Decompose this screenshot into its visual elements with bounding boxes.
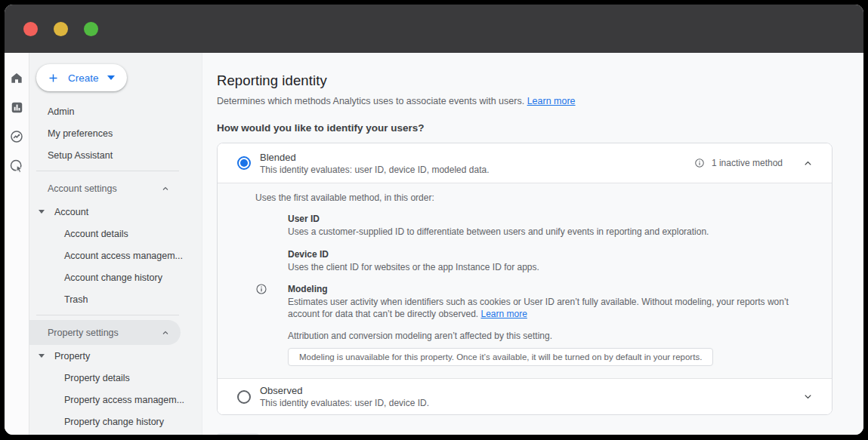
sidebar-item-label: Setup Assistant	[48, 150, 113, 161]
sidebar-item-property[interactable]: Property	[29, 345, 202, 367]
nav-rail	[5, 53, 29, 435]
info-icon	[694, 158, 705, 168]
inactive-method-badge: 1 inactive method	[694, 158, 783, 168]
sidebar-item-setup-assistant[interactable]: Setup Assistant	[29, 144, 202, 166]
method-modeling-description: Estimates user activity when identifiers…	[288, 297, 814, 320]
window-minimize-button[interactable]	[54, 22, 68, 36]
option-observed-title: Observed	[260, 385, 429, 396]
page-description: Determines which methods Analytics uses …	[217, 96, 832, 106]
sidebar-item-account-change-history[interactable]: Account change history	[29, 266, 202, 288]
nav-explore-button[interactable]	[8, 128, 25, 145]
caret-down-icon	[39, 354, 45, 358]
sidebar-item-label: Account details	[64, 229, 128, 239]
sidebar-item-admin[interactable]: Admin	[29, 100, 202, 122]
sidebar-item-trash[interactable]: Trash	[29, 288, 202, 310]
chevron-up-icon	[161, 328, 170, 337]
chevron-down-icon	[802, 391, 814, 402]
section-header-label: Property settings	[48, 328, 119, 338]
sidebar-item-label: Property details	[64, 373, 130, 383]
chevron-up-icon	[802, 158, 814, 169]
blended-details-intro: Uses the first available method, in this…	[255, 192, 814, 203]
method-user-id: User ID Uses a customer-supplied ID to d…	[288, 214, 814, 238]
sidebar-item-property-change-history[interactable]: Property change history	[29, 411, 202, 432]
admin-sidebar: Create Admin My preferences Setup Assist…	[29, 53, 202, 435]
method-device-id-description: Uses the client ID for websites or the a…	[288, 262, 814, 274]
sidebar-item-account-details[interactable]: Account details	[29, 223, 202, 245]
reports-icon	[10, 100, 24, 115]
plus-icon	[47, 72, 60, 85]
sidebar-item-account[interactable]: Account	[29, 201, 202, 223]
sidebar-item-label: Admin	[48, 106, 74, 117]
radio-observed[interactable]	[237, 390, 251, 404]
modeling-unavailable-notice: Modeling is unavailable for this propert…	[288, 348, 713, 366]
reporting-identity-card: Blended This identity evaluates: user ID…	[217, 143, 832, 415]
nav-home-button[interactable]	[8, 69, 25, 86]
sidebar-item-label: Property change history	[64, 417, 164, 427]
identity-methods-list: User ID Uses a customer-supplied ID to d…	[288, 214, 814, 366]
sidebar-item-label: Property access managem...	[64, 395, 184, 405]
create-button-label: Create	[68, 72, 99, 84]
method-device-id-name: Device ID	[288, 249, 814, 260]
method-modeling-description-text: Estimates user activity when identifiers…	[288, 297, 789, 319]
sidebar-item-property-access-management[interactable]: Property access managem...	[29, 389, 202, 411]
desktop-background: Create Admin My preferences Setup Assist…	[0, 0, 868, 440]
modeling-note: Attribution and conversion modeling aren…	[288, 331, 814, 341]
modeling-learn-more-link[interactable]: Learn more	[481, 309, 527, 319]
window-titlebar	[5, 5, 863, 53]
sidebar-item-scheduled-emails[interactable]: Scheduled emails	[29, 432, 202, 435]
explore-icon	[9, 129, 24, 144]
advertising-icon	[9, 158, 24, 174]
section-header-label: Account settings	[48, 183, 117, 194]
window-zoom-button[interactable]	[84, 22, 98, 36]
option-blended-description: This identity evaluates: user ID, device…	[260, 165, 490, 175]
method-modeling-name: Modeling	[288, 284, 814, 294]
sidebar-item-my-preferences[interactable]: My preferences	[29, 122, 202, 144]
main-content: Reporting identity Determines which meth…	[202, 53, 863, 435]
option-blended-text: Blended This identity evaluates: user ID…	[260, 152, 490, 175]
option-observed[interactable]: Observed This identity evaluates: user I…	[218, 379, 832, 414]
app-window: Create Admin My preferences Setup Assist…	[5, 5, 863, 435]
caret-down-icon	[39, 210, 45, 214]
method-device-id: Device ID Uses the client ID for website…	[288, 249, 814, 274]
caret-down-icon	[107, 75, 115, 80]
nav-reports-button[interactable]	[8, 99, 25, 115]
method-modeling: Modeling Estimates user activity when id…	[288, 284, 814, 366]
option-blended[interactable]: Blended This identity evaluates: user ID…	[218, 143, 832, 183]
home-icon	[9, 70, 24, 85]
info-icon	[255, 283, 267, 295]
option-observed-text: Observed This identity evaluates: user I…	[260, 385, 429, 408]
save-button[interactable]: Save	[217, 433, 259, 435]
option-blended-title: Blended	[260, 152, 490, 163]
page-description-text: Determines which methods Analytics uses …	[217, 96, 524, 106]
window-close-button[interactable]	[23, 22, 38, 36]
sidebar-section-property-settings[interactable]: Property settings	[29, 320, 181, 345]
expand-observed-button[interactable]	[802, 391, 814, 402]
form-actions: Save Cancel	[217, 433, 832, 435]
nav-advertising-button[interactable]	[8, 158, 25, 174]
blended-details-panel: Uses the first available method, in this…	[218, 183, 832, 379]
chevron-up-icon	[161, 184, 170, 193]
sidebar-item-property-details[interactable]: Property details	[29, 367, 202, 389]
sidebar-item-label: Account	[54, 207, 88, 217]
option-observed-description: This identity evaluates: user ID, device…	[260, 398, 429, 408]
sidebar-item-account-access-management[interactable]: Account access managem...	[29, 245, 202, 266]
app-body: Create Admin My preferences Setup Assist…	[5, 53, 863, 435]
radio-blended[interactable]	[237, 156, 251, 170]
inactive-method-badge-label: 1 inactive method	[712, 158, 783, 168]
sidebar-divider	[36, 315, 179, 315]
sidebar-item-label: Trash	[64, 294, 88, 305]
sidebar-section-account-settings[interactable]: Account settings	[29, 176, 181, 201]
create-button[interactable]: Create	[36, 64, 127, 91]
sidebar-item-label: My preferences	[48, 128, 113, 139]
method-user-id-description: Uses a customer-supplied ID to different…	[288, 226, 814, 238]
sidebar-item-label: Property	[54, 351, 90, 362]
method-user-id-name: User ID	[288, 214, 814, 224]
sidebar-item-label: Account access managem...	[64, 251, 183, 261]
page-title: Reporting identity	[217, 72, 832, 89]
learn-more-link[interactable]: Learn more	[527, 96, 576, 106]
sidebar-item-label: Account change history	[64, 272, 162, 283]
sidebar-divider	[36, 171, 179, 171]
collapse-blended-button[interactable]	[802, 158, 814, 169]
card-footer-area: Show all Save Cancel	[217, 433, 832, 435]
identity-question: How would you like to identify your user…	[217, 122, 832, 134]
